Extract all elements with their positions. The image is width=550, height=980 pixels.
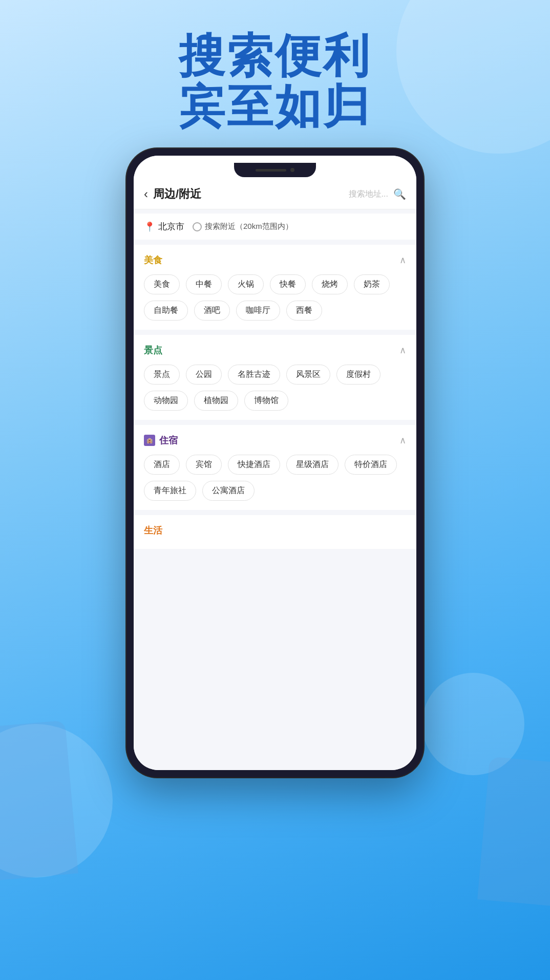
lodging-tags: 酒店 宾馆 快捷酒店 星级酒店 特价酒店 青年旅社 公寓酒店	[144, 455, 406, 501]
city-name: 北京市	[158, 221, 184, 232]
phone-outer: ‹ 周边/附近 搜索地址... 🔍 📍 北京市 搜索附近（20km范围内）	[126, 148, 424, 777]
food-tags: 美食 中餐 火锅 快餐 烧烤 奶茶 自助餐 酒吧 咖啡厅 西餐	[144, 274, 406, 321]
tag-hotel[interactable]: 酒店	[144, 455, 180, 475]
tag-motel[interactable]: 宾馆	[186, 455, 222, 475]
lodging-title-group: 🏨 住宿	[144, 434, 178, 446]
nearby-label: 搜索附近（20km范围内）	[205, 222, 293, 231]
tag-bar[interactable]: 酒吧	[194, 301, 230, 321]
tag-milk-tea[interactable]: 奶茶	[354, 274, 390, 294]
lodging-title: 住宿	[159, 434, 178, 446]
lodging-header: 🏨 住宿 ∧	[144, 434, 406, 446]
tag-bbq[interactable]: 烧烤	[312, 274, 348, 294]
location-pin-icon: 📍	[144, 221, 155, 232]
tag-scenic-area[interactable]: 风景区	[286, 365, 330, 385]
tag-historic-site[interactable]: 名胜古迹	[228, 365, 280, 385]
hero-line2: 宾至如归	[0, 81, 550, 132]
tag-scenic-all[interactable]: 景点	[144, 365, 180, 385]
tag-hostel[interactable]: 青年旅社	[144, 481, 196, 501]
header-title: 周边/附近	[153, 186, 268, 202]
phone-mockup: ‹ 周边/附近 搜索地址... 🔍 📍 北京市 搜索附近（20km范围内）	[126, 148, 424, 777]
seat-decor-left	[0, 720, 78, 882]
location-bar: 📍 北京市 搜索附近（20km范围内）	[134, 214, 416, 240]
city-location[interactable]: 📍 北京市	[144, 221, 184, 232]
lodging-section: 🏨 住宿 ∧ 酒店 宾馆 快捷酒店 星级酒店 特价酒店	[134, 425, 416, 510]
scenic-collapse-btn[interactable]: ∧	[399, 345, 406, 356]
tag-zoo[interactable]: 动物园	[144, 391, 188, 411]
tag-cafe[interactable]: 咖啡厅	[236, 301, 280, 321]
scenic-title: 景点	[144, 344, 162, 356]
search-placeholder-text: 搜索地址...	[273, 189, 389, 200]
notch-dot	[290, 168, 294, 172]
tag-chinese-food[interactable]: 中餐	[186, 274, 222, 294]
life-section: 生活	[134, 515, 416, 549]
tag-hotpot[interactable]: 火锅	[228, 274, 264, 294]
scenic-header: 景点 ∧	[144, 344, 406, 356]
tag-western[interactable]: 西餐	[286, 301, 322, 321]
hero-line1: 搜索便利	[0, 31, 550, 81]
seat-decor-right	[477, 757, 550, 907]
hero-section: 搜索便利 宾至如归	[0, 31, 550, 132]
phone-screen: ‹ 周边/附近 搜索地址... 🔍 📍 北京市 搜索附近（20km范围内）	[134, 156, 416, 770]
tag-apartment-hotel[interactable]: 公寓酒店	[202, 481, 255, 501]
phone-notch	[234, 163, 316, 177]
lodging-collapse-btn[interactable]: ∧	[399, 435, 406, 446]
tag-resort[interactable]: 度假村	[336, 365, 380, 385]
tag-budget-hotel[interactable]: 快捷酒店	[228, 455, 280, 475]
tag-museum[interactable]: 博物馆	[244, 391, 288, 411]
nearby-search-option[interactable]: 搜索附近（20km范围内）	[193, 222, 293, 231]
food-header: 美食 ∧	[144, 254, 406, 266]
app-header: ‹ 周边/附近 搜索地址... 🔍	[134, 181, 416, 209]
screen-content: ‹ 周边/附近 搜索地址... 🔍 📍 北京市 搜索附近（20km范围内）	[134, 156, 416, 770]
radio-button	[193, 222, 202, 231]
tag-discount-hotel[interactable]: 特价酒店	[345, 455, 397, 475]
scenic-section: 景点 ∧ 景点 公园 名胜古迹 风景区 度假村 动物园 植物园 博物馆	[134, 335, 416, 420]
categories-scroll-area[interactable]: 美食 ∧ 美食 中餐 火锅 快餐 烧烤 奶茶 自助餐 酒吧 咖啡厅	[134, 240, 416, 770]
back-button[interactable]: ‹	[144, 187, 148, 201]
tag-buffet[interactable]: 自助餐	[144, 301, 188, 321]
tag-park[interactable]: 公园	[186, 365, 222, 385]
search-icon[interactable]: 🔍	[393, 188, 406, 200]
hotel-icon: 🏨	[144, 435, 155, 446]
life-header: 生活	[144, 524, 406, 537]
tag-food-all[interactable]: 美食	[144, 274, 180, 294]
food-title: 美食	[144, 254, 162, 266]
food-collapse-btn[interactable]: ∧	[399, 254, 406, 266]
notch-line	[256, 169, 286, 172]
life-title: 生活	[144, 524, 162, 537]
food-section: 美食 ∧ 美食 中餐 火锅 快餐 烧烤 奶茶 自助餐 酒吧 咖啡厅	[134, 245, 416, 330]
tag-fastfood[interactable]: 快餐	[270, 274, 306, 294]
scenic-tags: 景点 公园 名胜古迹 风景区 度假村 动物园 植物园 博物馆	[144, 365, 406, 411]
tag-star-hotel[interactable]: 星级酒店	[286, 455, 339, 475]
tag-botanical-garden[interactable]: 植物园	[194, 391, 238, 411]
